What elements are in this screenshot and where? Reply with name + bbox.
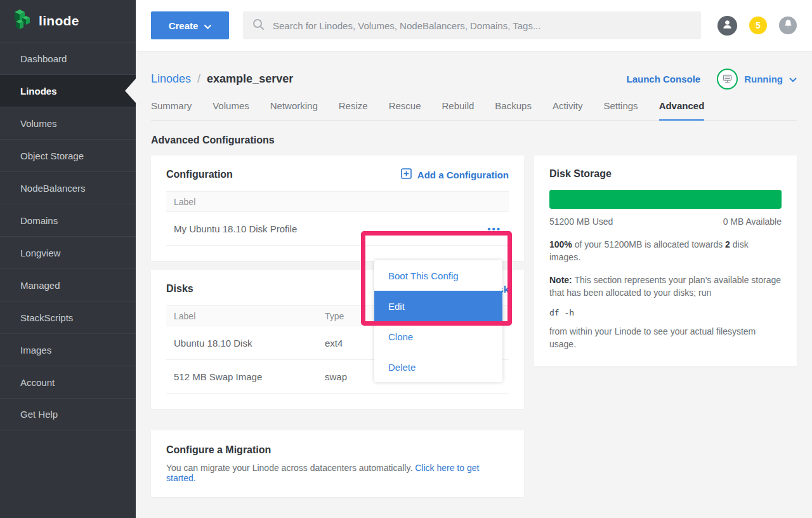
sidebar-item-label: Account: [20, 377, 55, 388]
page-title: example_server: [207, 72, 293, 86]
chevron-down-icon: [789, 74, 797, 85]
configuration-table: Label My Ubuntu 18.10 Disk Profile •••: [166, 191, 509, 246]
config-actions-menu: Boot This Config Edit Clone Delete: [374, 260, 502, 382]
sidebar-item-label: Longview: [20, 248, 60, 258]
sidebar-item-linodes[interactable]: Linodes: [0, 74, 136, 107]
storage-used-label: 51200 MB Used: [549, 216, 613, 227]
tab-networking[interactable]: Networking: [270, 100, 318, 121]
migration-panel: Configure a Migration You can migrate yo…: [151, 430, 524, 497]
tab-advanced[interactable]: Advanced: [659, 100, 705, 121]
tab-settings[interactable]: Settings: [603, 100, 638, 121]
storage-allocation-text: 100% of your 51200MB is allocated toward…: [549, 238, 782, 264]
migration-description: You can migrate your Linode across datac…: [166, 463, 415, 473]
allocation-text: of your 51200MB is allocated towards: [572, 239, 725, 249]
sidebar-item-stackscripts[interactable]: StackScripts: [0, 301, 136, 333]
sidebar-item-get-help[interactable]: Get Help: [0, 398, 136, 430]
tab-activity[interactable]: Activity: [553, 100, 583, 121]
breadcrumb-linodes-link[interactable]: Linodes: [151, 72, 191, 86]
add-configuration-link[interactable]: Add a Configuration: [401, 168, 509, 181]
status-badge: Running: [744, 74, 783, 84]
note-label: Note:: [549, 275, 572, 285]
migration-text: You can migrate your Linode across datac…: [166, 463, 509, 483]
tab-resize[interactable]: Resize: [339, 100, 368, 121]
search-icon: [252, 18, 265, 33]
sidebar-item-label: NodeBalancers: [20, 183, 86, 194]
sidebar-item-label: StackScripts: [20, 312, 73, 323]
bell-icon: [783, 19, 793, 32]
logo-wordmark: linode: [39, 13, 79, 29]
topbar-icons: 5: [717, 16, 797, 36]
disk-row-label: 512 MB Swap Image: [166, 371, 325, 382]
create-button-label: Create: [169, 20, 199, 31]
tab-rescue[interactable]: Rescue: [389, 100, 421, 121]
chevron-down-icon: [204, 20, 211, 31]
sidebar-item-label: Volumes: [20, 118, 57, 129]
status-dropdown[interactable]: Running: [717, 69, 797, 90]
section-heading: Advanced Configurations: [151, 135, 797, 146]
migration-title: Configure a Migration: [166, 444, 509, 456]
configuration-title: Configuration: [166, 169, 233, 180]
sidebar-item-label: Managed: [20, 280, 60, 291]
sidebar-item-label: Get Help: [20, 409, 58, 420]
allocation-count: 2: [725, 239, 730, 249]
tab-backups[interactable]: Backups: [495, 100, 532, 121]
top-bar: Create 5: [136, 0, 812, 51]
search-input[interactable]: [273, 20, 691, 31]
sidebar-item-volumes[interactable]: Volumes: [0, 107, 136, 139]
linode-logo-icon: [11, 8, 33, 34]
detail-tabs: Summary Volumes Networking Resize Rescue…: [151, 100, 797, 121]
allocation-percent: 100%: [549, 239, 572, 249]
notifications-button[interactable]: [779, 17, 797, 34]
tab-summary[interactable]: Summary: [151, 100, 192, 121]
menu-item-delete[interactable]: Delete: [374, 352, 502, 382]
running-status-icon: [717, 69, 738, 90]
sidebar-item-domains[interactable]: Domains: [0, 204, 136, 236]
sidebar: linode Dashboard Linodes Volumes Object …: [0, 0, 136, 518]
right-column: Disk Storage 51200 MB Used 0 MB Availabl…: [534, 156, 797, 366]
sidebar-item-label: Domains: [20, 215, 58, 226]
storage-available-label: 0 MB Available: [723, 216, 782, 227]
sidebar-item-label: Linodes: [20, 86, 57, 96]
notification-count-badge[interactable]: 5: [749, 17, 767, 34]
disks-title: Disks: [166, 283, 193, 295]
sidebar-item-label: Images: [20, 345, 51, 355]
disk-storage-title: Disk Storage: [549, 168, 782, 180]
ellipsis-menu-icon[interactable]: •••: [487, 223, 501, 234]
user-avatar[interactable]: [717, 16, 737, 36]
sidebar-item-label: Dashboard: [20, 53, 67, 64]
tab-rebuild[interactable]: Rebuild: [442, 100, 474, 121]
configuration-panel: Configuration Add a Configuration Label: [151, 156, 524, 261]
menu-item-edit[interactable]: Edit: [374, 291, 502, 321]
search-box: [243, 11, 701, 39]
sidebar-item-dashboard[interactable]: Dashboard: [0, 42, 136, 74]
sidebar-item-object-storage[interactable]: Object Storage: [0, 139, 136, 171]
breadcrumb-row: Linodes / example_server Launch Console …: [151, 69, 797, 90]
column-header-label: Label: [166, 197, 471, 207]
tab-volumes[interactable]: Volumes: [213, 100, 249, 121]
menu-item-boot-this-config[interactable]: Boot This Config: [374, 260, 502, 291]
sidebar-item-nodebalancers[interactable]: NodeBalancers: [0, 171, 136, 204]
create-button[interactable]: Create: [151, 11, 229, 39]
note-text: This section represents your plan's avai…: [549, 275, 781, 298]
breadcrumb-separator: /: [197, 72, 200, 86]
disk-storage-panel: Disk Storage 51200 MB Used 0 MB Availabl…: [534, 156, 797, 366]
header-actions: Launch Console Running: [626, 69, 797, 90]
column-header-label: Label: [166, 311, 325, 321]
sidebar-item-longview[interactable]: Longview: [0, 236, 136, 269]
storage-usage-bar: [549, 190, 782, 209]
config-row-label: My Ubuntu 18.10 Disk Profile: [166, 223, 471, 234]
plus-box-icon: [401, 168, 412, 181]
table-row: My Ubuntu 18.10 Disk Profile •••: [166, 212, 509, 246]
launch-console-link[interactable]: Launch Console: [626, 74, 700, 84]
disk-row-label: Ubuntu 18.10 Disk: [166, 338, 325, 349]
sidebar-item-account[interactable]: Account: [0, 366, 136, 398]
sidebar-item-images[interactable]: Images: [0, 333, 136, 366]
breadcrumb: Linodes / example_server: [151, 72, 293, 86]
table-header-row: Label: [166, 191, 509, 212]
sidebar-item-managed[interactable]: Managed: [0, 269, 136, 301]
menu-item-clone[interactable]: Clone: [374, 321, 502, 352]
df-command-code: df -h: [549, 308, 782, 317]
linode-logo[interactable]: linode: [0, 0, 136, 42]
user-icon: [721, 18, 733, 33]
add-configuration-label: Add a Configuration: [417, 169, 509, 180]
